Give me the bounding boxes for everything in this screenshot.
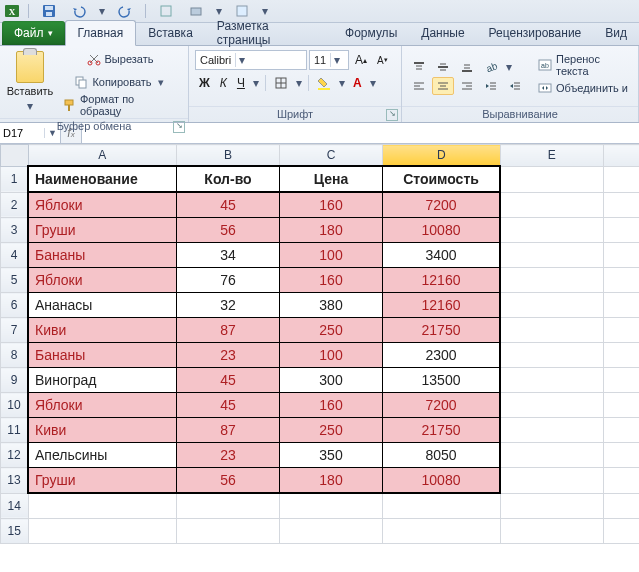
orientation-button[interactable]: ab (480, 58, 502, 76)
cell-E4[interactable] (500, 243, 604, 268)
row-header-14[interactable]: 14 (1, 493, 29, 519)
cell-C4[interactable]: 100 (280, 243, 383, 268)
cell-B13[interactable]: 56 (177, 468, 280, 494)
cell-A10[interactable]: Яблоки (28, 393, 177, 418)
col-header-E[interactable]: E (500, 145, 604, 167)
cell-A8[interactable]: Бананы (28, 343, 177, 368)
cell-C5[interactable]: 160 (280, 268, 383, 293)
cell-F3[interactable] (604, 218, 640, 243)
cell-A1[interactable]: Наименование (28, 166, 177, 192)
cell-E1[interactable] (500, 166, 604, 192)
cell-A5[interactable]: Яблоки (28, 268, 177, 293)
cell-E3[interactable] (500, 218, 604, 243)
cell-E6[interactable] (500, 293, 604, 318)
decrease-indent-button[interactable] (480, 77, 502, 95)
row-header-10[interactable]: 10 (1, 393, 29, 418)
cell-D14[interactable] (383, 493, 501, 519)
cell-B6[interactable]: 32 (177, 293, 280, 318)
font-name-combo[interactable]: Calibri▾ (195, 50, 307, 70)
col-header-F[interactable]: F (604, 145, 640, 167)
font-color-dropdown[interactable]: ▾ (368, 76, 378, 90)
cell-A4[interactable]: Бананы (28, 243, 177, 268)
cell-C3[interactable]: 180 (280, 218, 383, 243)
align-middle-button[interactable] (432, 58, 454, 76)
row-header-1[interactable]: 1 (1, 166, 29, 192)
bold-button[interactable]: Ж (195, 74, 214, 92)
cell-D4[interactable]: 3400 (383, 243, 501, 268)
cell-C13[interactable]: 180 (280, 468, 383, 494)
paste-button[interactable]: Вставить ▾ (6, 49, 54, 115)
cell-C8[interactable]: 100 (280, 343, 383, 368)
cell-D9[interactable]: 13500 (383, 368, 501, 393)
cell-B4[interactable]: 34 (177, 243, 280, 268)
cell-E13[interactable] (500, 468, 604, 494)
col-header-D[interactable]: D (383, 145, 501, 167)
cell-E2[interactable] (500, 192, 604, 218)
cell-C15[interactable] (280, 519, 383, 544)
cell-C2[interactable]: 160 (280, 192, 383, 218)
cell-B2[interactable]: 45 (177, 192, 280, 218)
merge-center-button[interactable]: Объединить и (534, 77, 632, 99)
cell-B14[interactable] (177, 493, 280, 519)
cell-B3[interactable]: 56 (177, 218, 280, 243)
save-icon[interactable] (37, 1, 61, 21)
cell-B7[interactable]: 87 (177, 318, 280, 343)
shrink-font-button[interactable]: A▾ (373, 53, 392, 68)
cell-D2[interactable]: 7200 (383, 192, 501, 218)
clipboard-dialog-launcher[interactable]: ↘ (173, 121, 185, 133)
italic-button[interactable]: К (216, 74, 231, 92)
cell-A6[interactable]: Ананасы (28, 293, 177, 318)
cell-C12[interactable]: 350 (280, 443, 383, 468)
cell-F12[interactable] (604, 443, 640, 468)
tab-page-layout[interactable]: Разметка страницы (205, 21, 333, 45)
undo-icon[interactable] (67, 1, 91, 21)
row-header-9[interactable]: 9 (1, 368, 29, 393)
orientation-dropdown[interactable]: ▾ (504, 60, 514, 74)
cell-D6[interactable]: 12160 (383, 293, 501, 318)
cell-B5[interactable]: 76 (177, 268, 280, 293)
col-header-C[interactable]: C (280, 145, 383, 167)
cell-E15[interactable] (500, 519, 604, 544)
underline-button[interactable]: Ч (233, 74, 249, 92)
cell-B12[interactable]: 23 (177, 443, 280, 468)
tab-formulas[interactable]: Формулы (333, 21, 409, 45)
cell-C14[interactable] (280, 493, 383, 519)
cell-B9[interactable]: 45 (177, 368, 280, 393)
cell-D11[interactable]: 21750 (383, 418, 501, 443)
cell-A13[interactable]: Груши (28, 468, 177, 494)
row-header-2[interactable]: 2 (1, 192, 29, 218)
align-left-button[interactable] (408, 77, 430, 95)
cell-D5[interactable]: 12160 (383, 268, 501, 293)
worksheet-grid[interactable]: ABCDEF1НаименованиеКол-воЦенаСтоимость2Я… (0, 144, 639, 544)
cell-D8[interactable]: 2300 (383, 343, 501, 368)
cell-F7[interactable] (604, 318, 640, 343)
cell-F11[interactable] (604, 418, 640, 443)
cell-B8[interactable]: 23 (177, 343, 280, 368)
cell-C6[interactable]: 380 (280, 293, 383, 318)
qat-customize[interactable]: ▾ (260, 4, 270, 18)
tab-review[interactable]: Рецензирование (477, 21, 594, 45)
format-painter-button[interactable]: Формат по образцу (58, 94, 182, 116)
align-top-button[interactable] (408, 58, 430, 76)
cell-D12[interactable]: 8050 (383, 443, 501, 468)
tab-home[interactable]: Главная (65, 20, 137, 46)
align-center-button[interactable] (432, 77, 454, 95)
col-header-A[interactable]: A (28, 145, 177, 167)
tab-insert[interactable]: Вставка (136, 21, 205, 45)
cell-E12[interactable] (500, 443, 604, 468)
row-header-7[interactable]: 7 (1, 318, 29, 343)
align-right-button[interactable] (456, 77, 478, 95)
cell-C11[interactable]: 250 (280, 418, 383, 443)
font-size-combo[interactable]: 11▾ (309, 50, 349, 70)
tab-file[interactable]: Файл▾ (2, 21, 65, 45)
row-header-15[interactable]: 15 (1, 519, 29, 544)
row-header-12[interactable]: 12 (1, 443, 29, 468)
grow-font-button[interactable]: A▴ (351, 51, 371, 69)
row-header-6[interactable]: 6 (1, 293, 29, 318)
cell-C9[interactable]: 300 (280, 368, 383, 393)
cell-A11[interactable]: Киви (28, 418, 177, 443)
cell-B10[interactable]: 45 (177, 393, 280, 418)
font-dialog-launcher[interactable]: ↘ (386, 109, 398, 121)
cell-F15[interactable] (604, 519, 640, 544)
cell-F2[interactable] (604, 192, 640, 218)
